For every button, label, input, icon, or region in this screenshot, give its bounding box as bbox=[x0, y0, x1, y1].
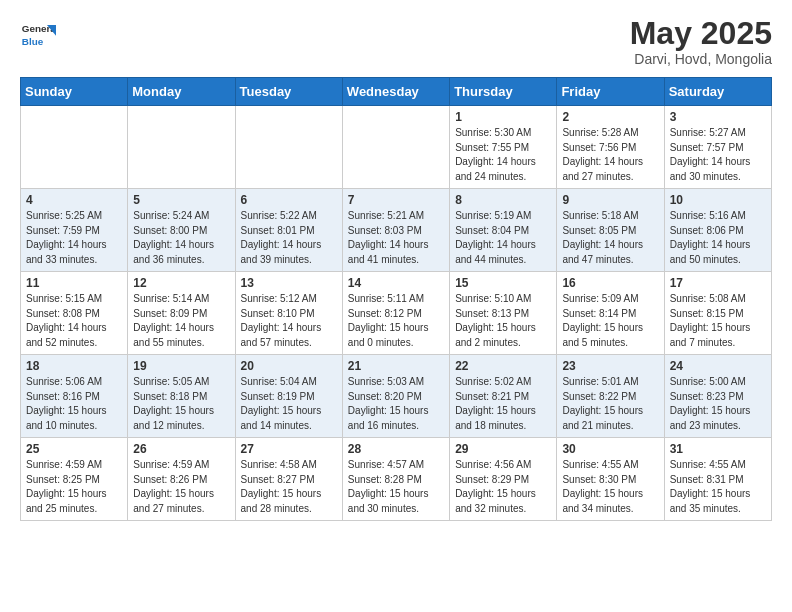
col-saturday: Saturday bbox=[664, 78, 771, 106]
day-info: Sunrise: 4:55 AM Sunset: 8:30 PM Dayligh… bbox=[562, 458, 658, 516]
calendar-cell: 26Sunrise: 4:59 AM Sunset: 8:26 PM Dayli… bbox=[128, 438, 235, 521]
calendar-cell: 31Sunrise: 4:55 AM Sunset: 8:31 PM Dayli… bbox=[664, 438, 771, 521]
calendar-cell: 14Sunrise: 5:11 AM Sunset: 8:12 PM Dayli… bbox=[342, 272, 449, 355]
day-info: Sunrise: 5:18 AM Sunset: 8:05 PM Dayligh… bbox=[562, 209, 658, 267]
calendar-table: Sunday Monday Tuesday Wednesday Thursday… bbox=[20, 77, 772, 521]
col-friday: Friday bbox=[557, 78, 664, 106]
day-info: Sunrise: 5:09 AM Sunset: 8:14 PM Dayligh… bbox=[562, 292, 658, 350]
day-number: 17 bbox=[670, 276, 766, 290]
header-row: Sunday Monday Tuesday Wednesday Thursday… bbox=[21, 78, 772, 106]
day-info: Sunrise: 5:21 AM Sunset: 8:03 PM Dayligh… bbox=[348, 209, 444, 267]
day-number: 3 bbox=[670, 110, 766, 124]
day-number: 2 bbox=[562, 110, 658, 124]
day-number: 28 bbox=[348, 442, 444, 456]
day-number: 29 bbox=[455, 442, 551, 456]
calendar-cell: 3Sunrise: 5:27 AM Sunset: 7:57 PM Daylig… bbox=[664, 106, 771, 189]
day-number: 11 bbox=[26, 276, 122, 290]
day-number: 24 bbox=[670, 359, 766, 373]
calendar-cell: 11Sunrise: 5:15 AM Sunset: 8:08 PM Dayli… bbox=[21, 272, 128, 355]
day-number: 26 bbox=[133, 442, 229, 456]
day-info: Sunrise: 4:56 AM Sunset: 8:29 PM Dayligh… bbox=[455, 458, 551, 516]
calendar-cell: 13Sunrise: 5:12 AM Sunset: 8:10 PM Dayli… bbox=[235, 272, 342, 355]
day-number: 31 bbox=[670, 442, 766, 456]
day-number: 8 bbox=[455, 193, 551, 207]
day-number: 20 bbox=[241, 359, 337, 373]
calendar-cell: 5Sunrise: 5:24 AM Sunset: 8:00 PM Daylig… bbox=[128, 189, 235, 272]
day-number: 16 bbox=[562, 276, 658, 290]
calendar-week-1: 1Sunrise: 5:30 AM Sunset: 7:55 PM Daylig… bbox=[21, 106, 772, 189]
day-number: 25 bbox=[26, 442, 122, 456]
day-info: Sunrise: 5:10 AM Sunset: 8:13 PM Dayligh… bbox=[455, 292, 551, 350]
title-block: May 2025 Darvi, Hovd, Mongolia bbox=[630, 16, 772, 67]
day-info: Sunrise: 5:00 AM Sunset: 8:23 PM Dayligh… bbox=[670, 375, 766, 433]
calendar-cell: 9Sunrise: 5:18 AM Sunset: 8:05 PM Daylig… bbox=[557, 189, 664, 272]
day-number: 13 bbox=[241, 276, 337, 290]
day-number: 7 bbox=[348, 193, 444, 207]
calendar-week-5: 25Sunrise: 4:59 AM Sunset: 8:25 PM Dayli… bbox=[21, 438, 772, 521]
calendar-cell: 2Sunrise: 5:28 AM Sunset: 7:56 PM Daylig… bbox=[557, 106, 664, 189]
calendar-cell: 10Sunrise: 5:16 AM Sunset: 8:06 PM Dayli… bbox=[664, 189, 771, 272]
title-location: Darvi, Hovd, Mongolia bbox=[630, 51, 772, 67]
calendar-cell: 21Sunrise: 5:03 AM Sunset: 8:20 PM Dayli… bbox=[342, 355, 449, 438]
calendar-cell bbox=[342, 106, 449, 189]
calendar-cell: 23Sunrise: 5:01 AM Sunset: 8:22 PM Dayli… bbox=[557, 355, 664, 438]
col-monday: Monday bbox=[128, 78, 235, 106]
day-info: Sunrise: 5:11 AM Sunset: 8:12 PM Dayligh… bbox=[348, 292, 444, 350]
calendar-cell bbox=[128, 106, 235, 189]
day-number: 30 bbox=[562, 442, 658, 456]
day-number: 23 bbox=[562, 359, 658, 373]
col-sunday: Sunday bbox=[21, 78, 128, 106]
calendar-cell: 12Sunrise: 5:14 AM Sunset: 8:09 PM Dayli… bbox=[128, 272, 235, 355]
day-info: Sunrise: 5:15 AM Sunset: 8:08 PM Dayligh… bbox=[26, 292, 122, 350]
calendar-cell: 17Sunrise: 5:08 AM Sunset: 8:15 PM Dayli… bbox=[664, 272, 771, 355]
col-tuesday: Tuesday bbox=[235, 78, 342, 106]
day-info: Sunrise: 5:12 AM Sunset: 8:10 PM Dayligh… bbox=[241, 292, 337, 350]
day-info: Sunrise: 5:05 AM Sunset: 8:18 PM Dayligh… bbox=[133, 375, 229, 433]
header: General Blue May 2025 Darvi, Hovd, Mongo… bbox=[20, 16, 772, 67]
day-number: 14 bbox=[348, 276, 444, 290]
calendar-cell: 18Sunrise: 5:06 AM Sunset: 8:16 PM Dayli… bbox=[21, 355, 128, 438]
day-info: Sunrise: 5:06 AM Sunset: 8:16 PM Dayligh… bbox=[26, 375, 122, 433]
day-info: Sunrise: 4:58 AM Sunset: 8:27 PM Dayligh… bbox=[241, 458, 337, 516]
day-info: Sunrise: 4:57 AM Sunset: 8:28 PM Dayligh… bbox=[348, 458, 444, 516]
col-thursday: Thursday bbox=[450, 78, 557, 106]
calendar-cell: 27Sunrise: 4:58 AM Sunset: 8:27 PM Dayli… bbox=[235, 438, 342, 521]
calendar-cell: 1Sunrise: 5:30 AM Sunset: 7:55 PM Daylig… bbox=[450, 106, 557, 189]
day-info: Sunrise: 5:16 AM Sunset: 8:06 PM Dayligh… bbox=[670, 209, 766, 267]
day-info: Sunrise: 5:24 AM Sunset: 8:00 PM Dayligh… bbox=[133, 209, 229, 267]
day-number: 12 bbox=[133, 276, 229, 290]
day-info: Sunrise: 5:08 AM Sunset: 8:15 PM Dayligh… bbox=[670, 292, 766, 350]
day-info: Sunrise: 4:59 AM Sunset: 8:26 PM Dayligh… bbox=[133, 458, 229, 516]
day-info: Sunrise: 5:30 AM Sunset: 7:55 PM Dayligh… bbox=[455, 126, 551, 184]
calendar-cell: 15Sunrise: 5:10 AM Sunset: 8:13 PM Dayli… bbox=[450, 272, 557, 355]
day-info: Sunrise: 5:25 AM Sunset: 7:59 PM Dayligh… bbox=[26, 209, 122, 267]
col-wednesday: Wednesday bbox=[342, 78, 449, 106]
calendar-cell: 19Sunrise: 5:05 AM Sunset: 8:18 PM Dayli… bbox=[128, 355, 235, 438]
calendar-week-2: 4Sunrise: 5:25 AM Sunset: 7:59 PM Daylig… bbox=[21, 189, 772, 272]
day-info: Sunrise: 5:02 AM Sunset: 8:21 PM Dayligh… bbox=[455, 375, 551, 433]
day-number: 22 bbox=[455, 359, 551, 373]
day-number: 1 bbox=[455, 110, 551, 124]
day-info: Sunrise: 5:27 AM Sunset: 7:57 PM Dayligh… bbox=[670, 126, 766, 184]
calendar-cell: 20Sunrise: 5:04 AM Sunset: 8:19 PM Dayli… bbox=[235, 355, 342, 438]
calendar-week-4: 18Sunrise: 5:06 AM Sunset: 8:16 PM Dayli… bbox=[21, 355, 772, 438]
calendar-cell bbox=[21, 106, 128, 189]
day-number: 15 bbox=[455, 276, 551, 290]
day-number: 21 bbox=[348, 359, 444, 373]
calendar-cell: 30Sunrise: 4:55 AM Sunset: 8:30 PM Dayli… bbox=[557, 438, 664, 521]
day-number: 19 bbox=[133, 359, 229, 373]
day-info: Sunrise: 4:59 AM Sunset: 8:25 PM Dayligh… bbox=[26, 458, 122, 516]
day-info: Sunrise: 5:28 AM Sunset: 7:56 PM Dayligh… bbox=[562, 126, 658, 184]
day-info: Sunrise: 5:01 AM Sunset: 8:22 PM Dayligh… bbox=[562, 375, 658, 433]
day-info: Sunrise: 5:19 AM Sunset: 8:04 PM Dayligh… bbox=[455, 209, 551, 267]
calendar-cell: 25Sunrise: 4:59 AM Sunset: 8:25 PM Dayli… bbox=[21, 438, 128, 521]
logo-icon: General Blue bbox=[20, 16, 56, 52]
page: General Blue May 2025 Darvi, Hovd, Mongo… bbox=[0, 0, 792, 537]
calendar-cell: 8Sunrise: 5:19 AM Sunset: 8:04 PM Daylig… bbox=[450, 189, 557, 272]
calendar-cell bbox=[235, 106, 342, 189]
day-info: Sunrise: 4:55 AM Sunset: 8:31 PM Dayligh… bbox=[670, 458, 766, 516]
calendar-cell: 29Sunrise: 4:56 AM Sunset: 8:29 PM Dayli… bbox=[450, 438, 557, 521]
day-number: 27 bbox=[241, 442, 337, 456]
calendar-week-3: 11Sunrise: 5:15 AM Sunset: 8:08 PM Dayli… bbox=[21, 272, 772, 355]
day-number: 5 bbox=[133, 193, 229, 207]
